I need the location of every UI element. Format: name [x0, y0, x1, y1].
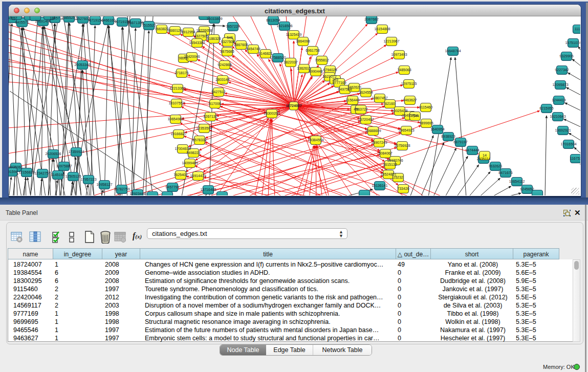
svg-text:16914479: 16914479: [190, 174, 206, 178]
svg-text:9084067: 9084067: [378, 151, 392, 155]
svg-text:12975115: 12975115: [401, 82, 417, 85]
svg-text:11325419: 11325419: [286, 33, 302, 36]
svg-text:16671355: 16671355: [127, 21, 143, 25]
svg-text:12213363: 12213363: [169, 86, 185, 90]
svg-text:25232: 25232: [393, 176, 403, 179]
svg-text:18226058: 18226058: [196, 29, 212, 32]
svg-text:391594: 391594: [9, 170, 18, 173]
svg-text:1624554: 1624554: [359, 91, 373, 94]
svg-text:10975887: 10975887: [56, 164, 72, 168]
svg-text:12213967: 12213967: [383, 39, 399, 43]
svg-text:1640954: 1640954: [430, 127, 444, 131]
svg-text:7857224: 7857224: [226, 25, 239, 28]
svg-text:546: 546: [227, 36, 233, 39]
svg-text:18107557: 18107557: [168, 101, 184, 105]
svg-text:9227342: 9227342: [555, 68, 569, 72]
svg-text:13692921: 13692921: [555, 128, 571, 132]
svg-text:17957223: 17957223: [80, 178, 96, 181]
svg-text:7632621: 7632621: [488, 164, 502, 168]
svg-text:1244419: 1244419: [552, 98, 565, 102]
svg-text:17359924: 17359924: [68, 150, 84, 154]
svg-text:8813054: 8813054: [266, 18, 280, 22]
svg-text:8660124: 8660124: [168, 29, 182, 32]
svg-text:16648784: 16648784: [445, 49, 461, 53]
svg-text:3267130: 3267130: [203, 115, 217, 118]
svg-text:9463627: 9463627: [403, 98, 417, 102]
svg-text:3875685: 3875685: [220, 50, 234, 53]
svg-text:20691406: 20691406: [35, 19, 51, 23]
svg-text:16782759: 16782759: [114, 187, 129, 191]
svg-text:20053346: 20053346: [74, 63, 90, 67]
svg-text:12505135: 12505135: [65, 174, 81, 178]
svg-text:10688609: 10688609: [365, 129, 381, 133]
svg-text:9115460: 9115460: [419, 105, 433, 109]
svg-text:871915: 871915: [89, 18, 101, 22]
svg-text:9327508: 9327508: [221, 40, 234, 43]
svg-text:733426: 733426: [397, 187, 409, 190]
svg-text:10855257: 10855257: [61, 16, 77, 19]
svg-text:9327505: 9327505: [194, 34, 208, 38]
svg-text:12342757: 12342757: [34, 171, 50, 175]
svg-text:1864098: 1864098: [296, 39, 310, 43]
svg-text:2803144: 2803144: [215, 78, 229, 81]
svg-text:12353594: 12353594: [196, 126, 212, 130]
svg-text:8454749: 8454749: [246, 47, 260, 51]
svg-text:7663822: 7663822: [155, 27, 168, 31]
svg-text:8938923: 8938923: [441, 135, 455, 138]
svg-text:15751074: 15751074: [565, 41, 580, 45]
svg-text:14099489: 14099489: [182, 161, 198, 165]
svg-text:2087682: 2087682: [364, 17, 378, 21]
svg-text:9427512: 9427512: [211, 90, 225, 94]
svg-text:8471676: 8471676: [498, 171, 512, 174]
svg-text:1615132: 1615132: [383, 163, 397, 166]
svg-text:10025438: 10025438: [391, 109, 407, 113]
svg-text:9146821: 9146821: [258, 52, 272, 55]
svg-text:62160: 62160: [385, 102, 395, 105]
svg-text:16154808: 16154808: [374, 27, 390, 31]
svg-text:18857: 18857: [50, 16, 60, 20]
svg-text:6794028: 6794028: [323, 68, 337, 72]
svg-text:13716485: 13716485: [200, 188, 216, 191]
svg-text:417006: 417006: [209, 102, 221, 105]
svg-text:1527602: 1527602: [76, 17, 90, 20]
svg-text:18724007: 18724007: [286, 104, 301, 107]
svg-text:6466160: 6466160: [101, 18, 115, 22]
svg-text:8186328: 8186328: [207, 37, 221, 40]
svg-text:6961758: 6961758: [306, 49, 319, 52]
svg-text:9899695: 9899695: [419, 121, 433, 125]
svg-text:22420046: 22420046: [184, 55, 200, 58]
svg-text:18907249: 18907249: [371, 141, 387, 144]
svg-text:6879197: 6879197: [453, 140, 467, 144]
svg-text:12156829: 12156829: [18, 170, 34, 174]
svg-text:10654112: 10654112: [509, 180, 525, 183]
svg-text:20206536: 20206536: [45, 152, 61, 156]
svg-text:16543382: 16543382: [189, 41, 205, 45]
svg-text:8215955: 8215955: [539, 106, 553, 110]
svg-text:19166827: 19166827: [170, 132, 186, 136]
svg-text:12923446: 12923446: [129, 192, 145, 195]
svg-text:14: 14: [483, 154, 487, 157]
svg-text:19218506: 19218506: [276, 24, 292, 28]
svg-text:7515520: 7515520: [142, 24, 156, 27]
svg-text:16033809: 16033809: [206, 17, 222, 20]
svg-text:90557: 90557: [9, 16, 17, 20]
svg-text:8935061: 8935061: [9, 165, 23, 169]
svg-text:17588520: 17588520: [270, 56, 286, 59]
svg-text:10756928: 10756928: [394, 144, 410, 147]
svg-text:2935114: 2935114: [477, 157, 491, 161]
svg-text:9329906: 9329906: [559, 54, 573, 58]
svg-text:28300203: 28300203: [264, 112, 279, 115]
svg-text:3822037: 3822037: [284, 60, 297, 64]
svg-text:19654923: 19654923: [398, 128, 414, 132]
svg-text:10654983: 10654983: [167, 117, 183, 121]
svg-text:7462620: 7462620: [347, 85, 361, 89]
svg-text:4863722: 4863722: [354, 107, 367, 111]
svg-text:9777169: 9777169: [332, 81, 346, 84]
svg-text:10973493: 10973493: [391, 53, 407, 56]
svg-text:8912954: 8912954: [181, 30, 195, 34]
svg-text:1405571: 1405571: [15, 20, 29, 24]
svg-text:1117: 1117: [575, 27, 580, 31]
svg-text:10210643: 10210643: [550, 115, 565, 118]
svg-text:2156440: 2156440: [345, 98, 359, 102]
svg-text:12095873: 12095873: [552, 83, 568, 86]
